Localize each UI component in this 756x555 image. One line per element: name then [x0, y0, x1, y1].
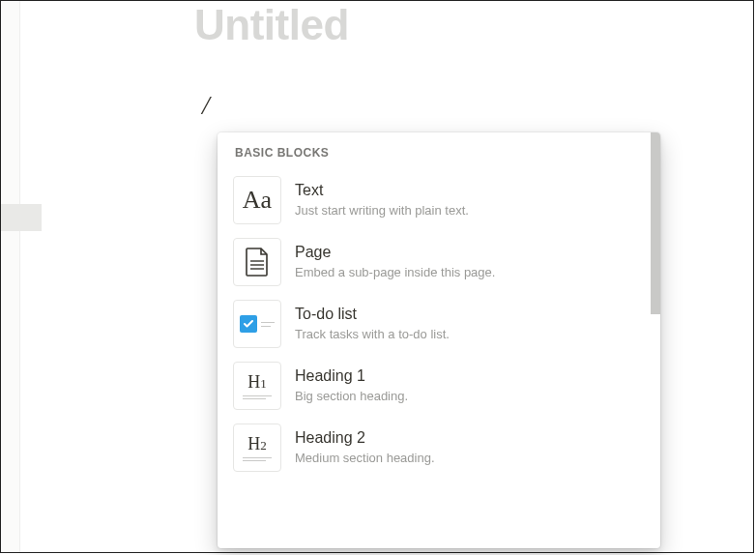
todo-check-icon	[233, 300, 281, 348]
menu-item-title: Heading 2	[295, 428, 435, 449]
menu-item-title: Page	[295, 243, 495, 263]
menu-item-text[interactable]: Aa Text Just start writing with plain te…	[218, 169, 660, 231]
menu-item-desc: Track tasks with a to-do list.	[295, 327, 450, 343]
menu-item-heading2[interactable]: H2 Heading 2 Medium section heading.	[218, 417, 660, 479]
menu-item-desc: Medium section heading.	[295, 451, 435, 467]
menu-item-heading1[interactable]: H1 Heading 1 Big section heading.	[218, 355, 660, 417]
page-title[interactable]: Untitled	[194, 1, 349, 49]
sidebar-active-item[interactable]	[1, 204, 42, 231]
block-insert-menu: BASIC BLOCKS Aa Text Just start writing …	[218, 132, 660, 548]
menu-item-desc: Embed a sub-page inside this page.	[295, 265, 495, 281]
scrollbar[interactable]	[651, 132, 660, 314]
heading2-icon: H2	[233, 424, 281, 472]
menu-item-desc: Just start writing with plain text.	[295, 203, 469, 219]
heading1-icon: H1	[233, 362, 281, 410]
menu-item-todo[interactable]: To-do list Track tasks with a to-do list…	[218, 293, 660, 355]
menu-item-desc: Big section heading.	[295, 389, 408, 405]
menu-item-title: Text	[295, 181, 469, 201]
menu-item-title: To-do list	[295, 305, 450, 325]
text-aa-icon: Aa	[233, 176, 281, 224]
sidebar	[1, 1, 20, 552]
menu-section-label: BASIC BLOCKS	[218, 132, 660, 169]
menu-item-title: Heading 1	[295, 366, 408, 387]
page-doc-icon	[233, 238, 281, 286]
menu-item-page[interactable]: Page Embed a sub-page inside this page.	[218, 231, 660, 293]
editor-slash-trigger[interactable]: /	[202, 90, 210, 121]
